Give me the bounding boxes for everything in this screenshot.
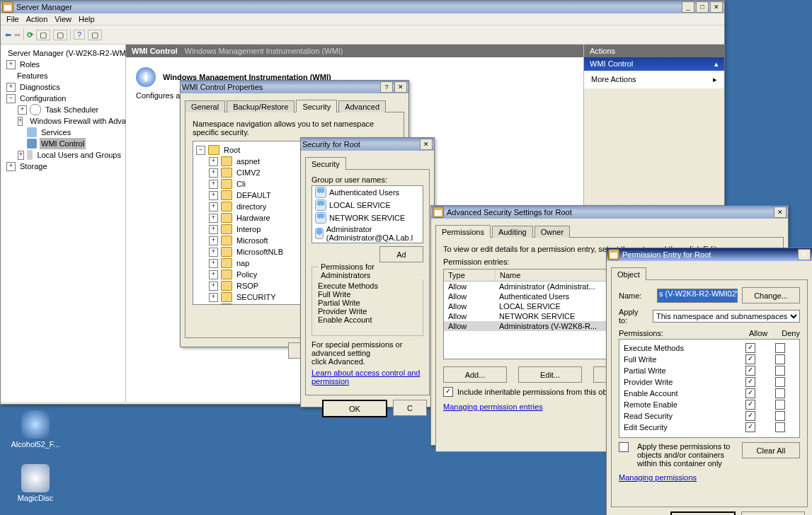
tree-item-roles[interactable]: Roles — [18, 59, 41, 70]
tree-item-storage[interactable]: Storage — [18, 161, 49, 172]
allow-checkbox[interactable]: ✓ — [745, 354, 755, 364]
expander-icon[interactable]: + — [209, 236, 218, 245]
close-button[interactable]: ✕ — [394, 81, 407, 93]
tree-item-diagnostics[interactable]: Diagnostics — [18, 81, 62, 93]
tree-item-features[interactable]: Features — [16, 70, 49, 81]
deny-checkbox[interactable] — [775, 411, 785, 421]
expander-icon[interactable]: + — [209, 157, 218, 166]
expander-icon[interactable]: + — [209, 293, 218, 302]
allow-checkbox[interactable]: ✓ — [745, 366, 755, 376]
tab-general[interactable]: General — [185, 100, 225, 112]
ns-item[interactable]: Cli — [235, 178, 247, 190]
managing-permission-entries-link[interactable]: Managing permission entries — [443, 403, 543, 411]
ns-item[interactable]: Policy — [235, 269, 258, 280]
cancel-button[interactable]: Cancel — [741, 511, 805, 515]
ns-root[interactable]: Root — [222, 144, 241, 156]
titlebar[interactable]: Advanced Security Settings for Root ✕ — [431, 206, 788, 219]
tree-item-localusers[interactable]: Local Users and Groups — [35, 149, 122, 161]
ns-item[interactable]: SECURITY — [235, 291, 278, 303]
ns-item[interactable]: Hardware — [235, 212, 272, 224]
toolbar-button[interactable]: ▢ — [88, 30, 102, 40]
nav-forward-icon[interactable]: ➡ — [14, 30, 21, 40]
deny-checkbox[interactable] — [775, 400, 785, 410]
ns-item[interactable]: nap — [235, 258, 251, 269]
expander-icon[interactable]: + — [18, 151, 24, 160]
expander-icon[interactable]: − — [196, 146, 205, 155]
close-button[interactable]: ✕ — [774, 207, 787, 218]
deny-checkbox[interactable] — [775, 343, 785, 353]
allow-checkbox[interactable]: ✓ — [745, 343, 755, 353]
principal-name[interactable]: LOCAL SERVICE — [329, 201, 391, 209]
tab-auditing[interactable]: Auditing — [492, 226, 533, 238]
name-field[interactable]: s (V-W2K8-R2-WMI02\Administrators) — [657, 289, 738, 303]
actions-section-header[interactable]: WMI Control ▴ — [584, 57, 724, 71]
checkbox-icon[interactable]: ✓ — [443, 387, 453, 397]
principal-name[interactable]: Authenticated Users — [329, 188, 399, 197]
learn-link[interactable]: Learn about access control and permissio… — [311, 369, 423, 386]
ok-button[interactable]: OK — [322, 400, 387, 417]
expander-icon[interactable]: + — [209, 248, 218, 257]
tab-object[interactable]: Object — [611, 267, 646, 280]
toolbar-button[interactable]: ▢ — [36, 30, 50, 40]
tree-item-firewall[interactable]: Windows Firewall with Adva — [28, 115, 126, 127]
expander-icon[interactable]: + — [209, 214, 218, 223]
close-button[interactable]: ✕ — [710, 1, 723, 13]
refresh-icon[interactable]: ⟳ — [27, 30, 33, 40]
menu-file[interactable]: File — [6, 15, 19, 23]
principal-name[interactable]: Administrator (Administrator@QA.Lab.l — [326, 225, 420, 242]
expander-icon[interactable]: + — [18, 117, 23, 126]
expander-icon[interactable]: + — [6, 83, 16, 92]
allow-checkbox[interactable]: ✓ — [745, 400, 755, 410]
allow-checkbox[interactable]: ✓ — [745, 388, 755, 398]
tab-advanced[interactable]: Advanced — [338, 100, 386, 112]
ns-item[interactable]: DEFAULT — [235, 190, 273, 201]
deny-checkbox[interactable] — [775, 388, 785, 398]
expander-icon[interactable]: + — [209, 282, 218, 291]
deny-checkbox[interactable] — [775, 377, 785, 387]
expander-icon[interactable]: + — [209, 270, 218, 279]
close-button[interactable]: ✕ — [798, 249, 811, 260]
expander-icon[interactable]: + — [209, 259, 218, 268]
tree-item-configuration[interactable]: Configuration — [18, 93, 67, 104]
edit-button[interactable]: Edit... — [518, 366, 582, 383]
tab-permissions[interactable]: Permissions — [435, 225, 491, 238]
ns-item[interactable]: directory — [235, 201, 268, 212]
expander-icon[interactable]: + — [209, 202, 218, 212]
desktop-icon-alcohol52[interactable]: Alcohol52_F... — [10, 410, 61, 449]
ns-item[interactable]: Interop — [235, 224, 262, 235]
actions-item-more[interactable]: More Actions ▸ — [584, 71, 724, 88]
allow-checkbox[interactable]: ✓ — [745, 411, 755, 421]
expander-icon[interactable]: + — [209, 304, 218, 306]
allow-checkbox[interactable]: ✓ — [745, 422, 755, 432]
expander-icon[interactable]: + — [209, 168, 218, 178]
tree-item-services[interactable]: Services — [40, 127, 72, 138]
principal-name[interactable]: NETWORK SERVICE — [329, 214, 405, 222]
allow-checkbox[interactable]: ✓ — [745, 377, 755, 387]
navigation-tree[interactable]: Server Manager (V-W2K8-R2-WMI0 +Roles Fe… — [1, 45, 126, 402]
tab-owner[interactable]: Owner — [534, 226, 570, 238]
expander-icon[interactable]: − — [6, 94, 16, 103]
maximize-button[interactable]: □ — [696, 1, 709, 13]
cancel-button[interactable]: C — [393, 400, 427, 416]
change-button[interactable]: Change... — [742, 287, 800, 303]
menu-action[interactable]: Action — [26, 15, 48, 23]
minimize-button[interactable]: _ — [682, 1, 694, 13]
titlebar[interactable]: Security for Root ✕ — [301, 138, 434, 151]
deny-checkbox[interactable] — [775, 422, 785, 432]
ns-item[interactable]: ServiceModel — [235, 303, 285, 305]
menu-help[interactable]: Help — [79, 15, 95, 23]
expander-icon[interactable]: + — [209, 191, 218, 200]
tree-root[interactable]: Server Manager (V-W2K8-R2-WMI0 — [6, 47, 126, 59]
titlebar[interactable]: WMI Control Properties ? ✕ — [181, 81, 408, 93]
expander-icon[interactable]: + — [6, 162, 16, 171]
toolbar-button[interactable]: ▢ — [53, 30, 67, 40]
deny-checkbox[interactable] — [775, 354, 785, 364]
tree-item-wmicontrol[interactable]: WMI Control — [40, 138, 86, 149]
col-type[interactable]: Type — [444, 270, 496, 281]
add-button[interactable]: Ad — [379, 246, 423, 262]
titlebar[interactable]: Permission Entry for Root ✕ — [607, 248, 812, 261]
deny-checkbox[interactable] — [775, 366, 785, 376]
tree-item-task-scheduler[interactable]: Task Scheduler — [44, 104, 100, 115]
menu-view[interactable]: View — [55, 15, 72, 23]
ns-item[interactable]: Microsoft — [235, 235, 270, 246]
